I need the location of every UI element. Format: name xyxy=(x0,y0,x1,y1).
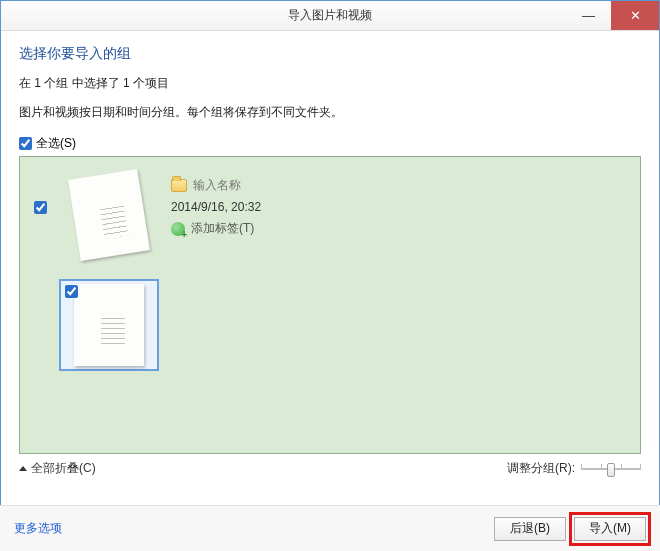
add-tags-label: 添加标签(T) xyxy=(191,220,254,237)
collapse-all-label: 全部折叠(C) xyxy=(31,460,96,477)
more-options-link[interactable]: 更多选项 xyxy=(14,520,62,537)
select-all-checkbox[interactable] xyxy=(19,137,32,150)
thumbnail-column xyxy=(59,169,159,371)
select-all-row[interactable]: 全选(S) xyxy=(19,135,641,152)
thumbnail-item[interactable] xyxy=(59,279,159,371)
photo-icon xyxy=(68,169,150,261)
collapse-all-button[interactable]: 全部折叠(C) xyxy=(19,460,96,477)
grouping-slider[interactable] xyxy=(581,462,641,476)
slider-tick xyxy=(581,464,582,468)
description: 图片和视频按日期和时间分组。每个组将保存到不同文件夹。 xyxy=(19,104,641,121)
slider-tick xyxy=(640,464,641,468)
thumbnail-stack[interactable] xyxy=(59,169,159,261)
minimize-button[interactable]: — xyxy=(566,1,611,30)
content-area: 选择你要导入的组 在 1 个组 中选择了 1 个项目 图片和视频按日期和时间分组… xyxy=(1,31,659,454)
window-controls: — ✕ xyxy=(566,1,659,30)
adjust-label: 调整分组(R): xyxy=(507,460,575,477)
group-datetime: 2014/9/16, 20:32 xyxy=(171,200,261,214)
folder-icon xyxy=(171,179,187,192)
dialog-footer: 更多选项 后退(B) 导入(M) xyxy=(0,505,660,551)
thumbnail-checkbox[interactable] xyxy=(65,285,78,298)
chevron-up-icon xyxy=(19,466,27,471)
panel-footer-row: 全部折叠(C) 调整分组(R): xyxy=(1,454,659,477)
group-checkbox[interactable] xyxy=(34,201,47,214)
folder-name-row[interactable]: 输入名称 xyxy=(171,177,261,194)
close-button[interactable]: ✕ xyxy=(611,1,659,30)
adjust-grouping: 调整分组(R): xyxy=(507,460,641,477)
group-row: 输入名称 2014/9/16, 20:32 添加标签(T) xyxy=(34,169,626,371)
select-all-label: 全选(S) xyxy=(36,135,76,152)
selection-summary: 在 1 个组 中选择了 1 个项目 xyxy=(19,75,641,92)
add-tags-row[interactable]: 添加标签(T) xyxy=(171,220,261,237)
button-row: 后退(B) 导入(M) xyxy=(494,517,646,541)
page-heading: 选择你要导入的组 xyxy=(19,45,641,63)
tag-add-icon xyxy=(171,222,185,236)
import-button[interactable]: 导入(M) xyxy=(574,517,646,541)
slider-handle[interactable] xyxy=(607,463,615,477)
photo-icon xyxy=(74,284,144,366)
groups-panel: 输入名称 2014/9/16, 20:32 添加标签(T) xyxy=(19,156,641,454)
titlebar: 导入图片和视频 — ✕ xyxy=(1,1,659,31)
slider-tick xyxy=(601,464,602,468)
slider-tick xyxy=(621,464,622,468)
name-input[interactable]: 输入名称 xyxy=(193,177,241,194)
group-details: 输入名称 2014/9/16, 20:32 添加标签(T) xyxy=(171,177,261,237)
window-title: 导入图片和视频 xyxy=(288,7,372,24)
back-button[interactable]: 后退(B) xyxy=(494,517,566,541)
